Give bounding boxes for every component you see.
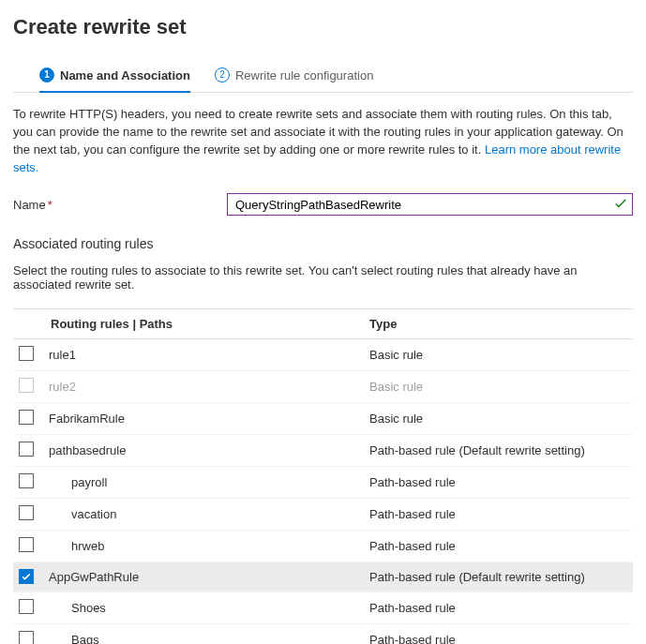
row-type: Basic rule <box>364 403 633 435</box>
table-row: vacationPath-based rule <box>13 499 633 531</box>
row-type: Path-based rule <box>364 592 633 624</box>
row-checkbox[interactable] <box>19 599 34 614</box>
row-type: Path-based rule <box>364 499 633 531</box>
row-type: Path-based rule <box>364 467 633 499</box>
name-input[interactable] <box>227 193 633 216</box>
row-name: vacation <box>49 507 116 521</box>
step-badge-2: 2 <box>215 67 230 82</box>
tab-label: Rewrite rule configuration <box>235 68 373 82</box>
row-name: Shoes <box>49 601 106 615</box>
row-checkbox[interactable] <box>19 410 34 425</box>
row-type: Path-based rule <box>364 624 633 644</box>
name-label: Name* <box>13 198 227 212</box>
tab-label: Name and Association <box>60 68 190 82</box>
col-header-name: Routing rules | Paths <box>45 309 364 339</box>
assoc-title: Associated routing rules <box>13 236 633 251</box>
required-indicator: * <box>48 198 53 212</box>
row-name: pathbasedrule <box>49 443 126 457</box>
row-type: Basic rule <box>364 339 633 371</box>
wizard-tabs: 1 Name and Association 2 Rewrite rule co… <box>13 62 633 93</box>
row-name: AppGwPathRule <box>49 570 139 584</box>
col-header-type: Type <box>364 309 633 339</box>
row-name: payroll <box>49 475 107 489</box>
row-name: rule2 <box>49 380 76 394</box>
table-row: ShoesPath-based rule <box>13 592 633 624</box>
row-name: rule1 <box>49 348 76 362</box>
row-name: Bags <box>49 633 99 644</box>
row-type: Path-based rule (Default rewrite setting… <box>364 562 633 592</box>
table-row: rule1Basic rule <box>13 339 633 371</box>
table-row: BagsPath-based rule <box>13 624 633 644</box>
row-checkbox[interactable] <box>19 505 34 520</box>
table-row: hrwebPath-based rule <box>13 531 633 562</box>
row-name: hrweb <box>49 539 104 553</box>
row-checkbox[interactable] <box>19 442 34 457</box>
row-checkbox[interactable] <box>19 346 34 361</box>
table-row: payrollPath-based rule <box>13 467 633 499</box>
row-checkbox[interactable] <box>19 631 34 644</box>
intro-text: To rewrite HTTP(S) headers, you need to … <box>13 106 633 176</box>
row-type: Basic rule <box>364 371 633 403</box>
assoc-subtitle: Select the routing rules to associate to… <box>13 263 633 292</box>
table-row: rule2Basic rule <box>13 371 633 403</box>
table-row: FabrikamRuleBasic rule <box>13 403 633 435</box>
table-row: AppGwPathRulePath-based rule (Default re… <box>13 562 633 592</box>
page-title: Create rewrite set <box>13 15 633 39</box>
row-type: Path-based rule (Default rewrite setting… <box>364 435 633 467</box>
row-checkbox[interactable] <box>19 473 34 488</box>
valid-check-icon <box>614 197 627 213</box>
row-checkbox[interactable] <box>19 569 34 584</box>
table-row: pathbasedrulePath-based rule (Default re… <box>13 435 633 467</box>
routing-rules-table: Routing rules | Paths Type rule1Basic ru… <box>13 308 633 644</box>
row-checkbox[interactable] <box>19 537 34 552</box>
tab-rewrite-rule-config[interactable]: 2 Rewrite rule configuration <box>215 62 373 92</box>
row-name: FabrikamRule <box>49 412 125 426</box>
row-checkbox <box>19 378 34 393</box>
tab-name-association[interactable]: 1 Name and Association <box>39 62 190 92</box>
row-type: Path-based rule <box>364 531 633 562</box>
step-badge-1: 1 <box>39 67 54 82</box>
